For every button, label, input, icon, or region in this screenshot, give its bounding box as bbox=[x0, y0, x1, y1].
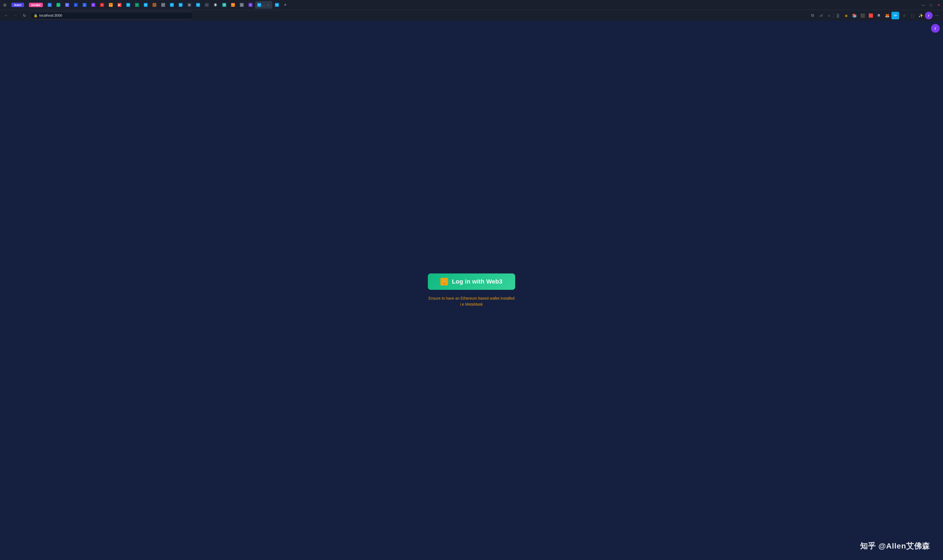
tab-icon-12[interactable]: TP bbox=[142, 1, 150, 9]
wallet-hint-line1: Ensure to have an Ethereum based wallet … bbox=[428, 295, 514, 301]
login-web3-button[interactable]: 🔒 Log in with Web3 bbox=[428, 274, 515, 290]
bookmark-button[interactable]: ☆ bbox=[825, 12, 833, 19]
browser-chrome: ⊞ learn mcake ✓ ○ V L L S G 🦊 bbox=[0, 0, 943, 21]
favorites-button[interactable]: ☆ bbox=[900, 12, 908, 19]
tab-learn[interactable]: learn bbox=[9, 1, 26, 9]
security-icon: 🔒 bbox=[34, 14, 38, 17]
browser-wallet-button[interactable]: ⬛ bbox=[859, 12, 866, 19]
copilot-button[interactable]: ✨ bbox=[917, 12, 924, 19]
profile-button[interactable]: r bbox=[925, 12, 933, 19]
tab-active[interactable]: TP … ✕ bbox=[255, 1, 272, 9]
tab-icon-2[interactable]: ○ bbox=[54, 1, 62, 9]
tab-icon-23[interactable]: □ bbox=[238, 1, 246, 9]
tab-icon-18[interactable]: TP bbox=[194, 1, 202, 9]
tab-icon-16[interactable]: TP bbox=[176, 1, 185, 9]
address-text: localhost:3000 bbox=[39, 13, 62, 17]
separator-2 bbox=[900, 13, 900, 18]
tab-icon-21[interactable]: ⚙ bbox=[220, 1, 228, 9]
minimize-button[interactable]: — bbox=[920, 2, 927, 8]
split-screen-button[interactable]: ⧉ bbox=[809, 12, 816, 19]
sidebar-button[interactable]: ⬚ bbox=[909, 12, 916, 19]
tab-group-icon[interactable]: ⊞ bbox=[1, 1, 9, 9]
page-avatar[interactable]: r bbox=[931, 24, 940, 33]
extensions-button[interactable]: 🟥 bbox=[867, 12, 875, 19]
tab-icon-19[interactable]: ⋯ bbox=[203, 1, 211, 9]
watermark: 知乎 @Allen艾佛森 bbox=[860, 541, 930, 551]
tab-icon-25[interactable]: TP bbox=[273, 1, 281, 9]
login-section: 🔒 Log in with Web3 Ensure to have an Eth… bbox=[428, 274, 515, 308]
tab-icon-15[interactable]: TP bbox=[168, 1, 176, 9]
tab-icon-22[interactable]: 🐱 bbox=[229, 1, 237, 9]
tab-icon-4[interactable]: L bbox=[72, 1, 80, 9]
tab-bar: ⊞ learn mcake ✓ ○ V L L S G 🦊 bbox=[0, 0, 943, 10]
tab-icon-5[interactable]: L bbox=[80, 1, 89, 9]
tab-icon-3[interactable]: V bbox=[63, 1, 71, 9]
read-mode-button[interactable]: 𝒜 bbox=[817, 12, 824, 19]
tab-close-btn[interactable]: ✕ bbox=[266, 3, 270, 7]
wallet-button[interactable]: ◈ bbox=[842, 12, 850, 19]
metamask-button[interactable]: 🦊 bbox=[883, 12, 891, 19]
tab-icon-17[interactable]: ⊞ bbox=[185, 1, 193, 9]
back-button[interactable]: ← bbox=[2, 12, 10, 19]
new-tab-button[interactable]: + bbox=[282, 1, 289, 9]
tab-icon-1[interactable]: ✓ bbox=[46, 1, 54, 9]
devtools-button[interactable]: {} bbox=[834, 12, 842, 19]
more-button[interactable]: ⋯ bbox=[933, 12, 941, 19]
tp-button[interactable]: TP bbox=[891, 12, 899, 19]
tab-icon-20[interactable]: 💀 bbox=[211, 1, 220, 9]
login-button-label: Log in with Web3 bbox=[452, 278, 502, 285]
tab-icon-10[interactable]: TP bbox=[124, 1, 132, 9]
tab-icon-11[interactable]: ○ bbox=[133, 1, 141, 9]
tab-icon-8[interactable]: 🦊 bbox=[107, 1, 115, 9]
address-bar[interactable]: 🔒 localhost:3000 bbox=[30, 12, 194, 19]
maximize-button[interactable]: □ bbox=[928, 2, 934, 8]
collections-button[interactable]: 📚 bbox=[850, 12, 858, 19]
forward-button[interactable]: → bbox=[11, 12, 19, 19]
wallet-hint: Ensure to have an Ethereum based wallet … bbox=[428, 295, 514, 308]
tab-icon-14[interactable]: ⋯ bbox=[159, 1, 167, 9]
toolbar-buttons: ⧉ 𝒜 ☆ {} ◈ 📚 ⬛ 🟥 R 🦊 TP ☆ ⬚ ✨ r ⋯ bbox=[809, 12, 941, 19]
readwise-button[interactable]: R bbox=[875, 12, 883, 19]
tab-icon-7[interactable]: G bbox=[98, 1, 106, 9]
address-bar-row: ← → ↻ 🔒 localhost:3000 ⧉ 𝒜 ☆ {} ◈ 📚 ⬛ 🟥 … bbox=[0, 10, 943, 21]
tab-icon-13[interactable]: 🐻 bbox=[150, 1, 159, 9]
lock-icon: 🔒 bbox=[440, 278, 448, 285]
tab-mcake[interactable]: mcake bbox=[27, 1, 45, 9]
page-content: r 🔒 Log in with Web3 Ensure to have an E… bbox=[0, 21, 943, 560]
tab-icon-24[interactable]: ≡ bbox=[246, 1, 255, 9]
refresh-button[interactable]: ↻ bbox=[21, 12, 28, 19]
close-button[interactable]: ✕ bbox=[935, 2, 942, 8]
tab-icon-9[interactable]: ▶ bbox=[116, 1, 123, 9]
window-controls: — □ ✕ bbox=[920, 2, 942, 8]
tab-icon-6[interactable]: S bbox=[89, 1, 97, 9]
wallet-hint-line2: i.e MetaMask bbox=[428, 301, 514, 307]
